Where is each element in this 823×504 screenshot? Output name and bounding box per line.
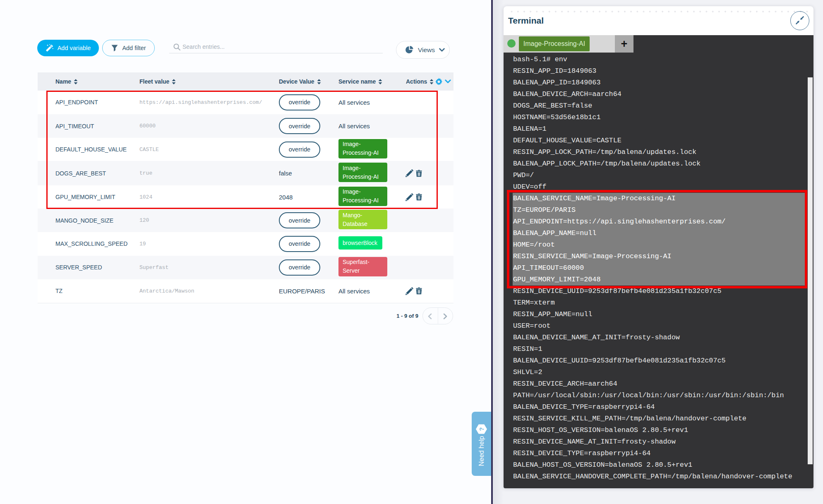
svg-text:?: ? <box>478 427 485 431</box>
